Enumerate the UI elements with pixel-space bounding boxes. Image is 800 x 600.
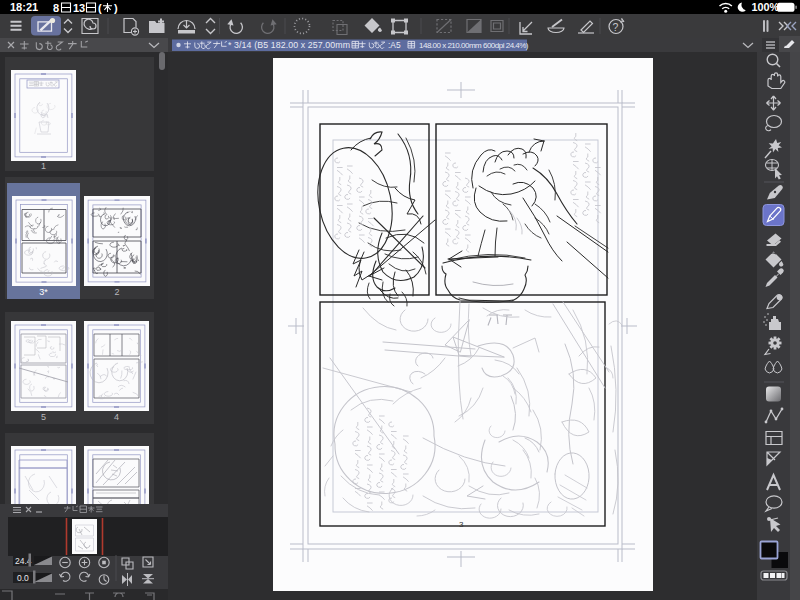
svg-text:8: 8 <box>53 2 59 14</box>
svg-text:148.00 x 210.00mm 600dpi 24.4%: 148.00 x 210.00mm 600dpi 24.4%) <box>419 41 529 50</box>
svg-text:0.0: 0.0 <box>17 573 29 583</box>
svg-text::A5: :A5 <box>388 40 401 50</box>
svg-text:3: 3 <box>459 520 464 529</box>
svg-text:?: ? <box>613 21 619 33</box>
svg-text:* 3/14 (B5 182.00 x 257.00mm: * 3/14 (B5 182.00 x 257.00mm <box>228 40 350 50</box>
svg-text:100%: 100% <box>752 1 780 13</box>
svg-text:(: ( <box>98 2 102 14</box>
svg-text:): ) <box>114 2 118 14</box>
svg-text:13: 13 <box>73 2 85 14</box>
